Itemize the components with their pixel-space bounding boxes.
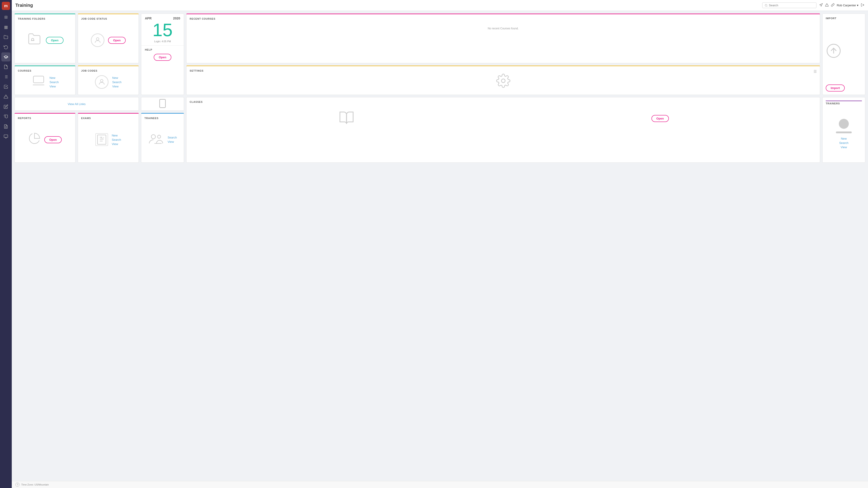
- trainees-card: TRAINEES Search View: [141, 113, 184, 163]
- job-codes-links: New Search View: [112, 76, 121, 88]
- courses-links: New Search View: [50, 76, 59, 88]
- reports-open-button[interactable]: Open: [44, 136, 62, 143]
- job-codes-view-link[interactable]: View: [112, 85, 121, 88]
- mobile-card: [141, 97, 184, 111]
- courses-card: COURSES New Search View: [14, 66, 75, 95]
- calendar-day: 15: [153, 20, 173, 40]
- exams-card: EXAMS A+ New Search View: [78, 113, 139, 163]
- calendar-year: 2020: [173, 17, 180, 20]
- exams-view-link[interactable]: View: [112, 142, 121, 146]
- mobile-icon: [158, 98, 167, 110]
- job-codes-person-icon: [95, 75, 108, 89]
- sidebar-item-list[interactable]: [1, 72, 10, 81]
- svg-text:A+: A+: [101, 136, 104, 139]
- exams-new-link[interactable]: New: [112, 134, 121, 137]
- training-folders-title: TRAINING FOLDERS: [18, 18, 72, 20]
- training-folders-open-button[interactable]: Open: [46, 37, 63, 44]
- trainees-search-link[interactable]: Search: [167, 136, 177, 139]
- sidebar-item-folder[interactable]: [1, 33, 10, 41]
- gear-icon: [496, 73, 510, 91]
- job-codes-new-link[interactable]: New: [112, 76, 121, 79]
- sidebar-item-tasks[interactable]: [1, 82, 10, 91]
- view-all-links-card: View All Links: [14, 97, 139, 111]
- settings-card: SETTINGS ☰: [186, 66, 820, 95]
- svg-rect-10: [4, 135, 8, 138]
- sidebar-item-home[interactable]: ⊞: [1, 13, 10, 22]
- sidebar-item-monitor[interactable]: [1, 132, 10, 141]
- sidebar: m ⊞ ▦: [0, 0, 12, 488]
- help-circle-icon[interactable]: ?: [16, 483, 20, 487]
- help-open-button[interactable]: Open: [154, 54, 171, 61]
- dashboard-grid: TRAINING FOLDERS Open JOB CODE STATUS: [12, 11, 868, 481]
- pie-chart-icon: [28, 132, 41, 147]
- job-code-status-title: JOB CODE STATUS: [81, 18, 135, 20]
- user-menu-button[interactable]: Rob Carpenter ▾: [837, 4, 859, 7]
- svg-point-13: [765, 4, 767, 6]
- svg-point-31: [158, 135, 161, 138]
- view-all-links-link[interactable]: View All Links: [68, 102, 86, 106]
- app-title: Training: [16, 3, 33, 8]
- recent-courses-empty: No recent Courses found.: [190, 22, 817, 35]
- app-logo[interactable]: m: [2, 2, 10, 10]
- location-icon[interactable]: [819, 3, 823, 8]
- search-box[interactable]: [762, 2, 816, 8]
- footer: ? Time Zone: US/Mountain: [12, 481, 868, 488]
- sidebar-item-warning[interactable]: [1, 92, 10, 101]
- sidebar-item-lab[interactable]: [1, 112, 10, 121]
- svg-marker-15: [819, 3, 823, 6]
- search-input[interactable]: [769, 4, 814, 7]
- exams-search-link[interactable]: Search: [112, 138, 121, 141]
- alert-icon[interactable]: [825, 3, 829, 8]
- recent-courses-card: RECENT COURSES No recent Courses found.: [186, 13, 820, 63]
- recent-courses-title: RECENT COURSES: [190, 18, 817, 20]
- sidebar-item-refresh[interactable]: [1, 42, 10, 52]
- laptop-icon: [31, 74, 46, 90]
- trainers-view-link[interactable]: View: [839, 145, 848, 149]
- sidebar-item-edit[interactable]: [1, 102, 10, 111]
- classes-title: CLASSES: [190, 101, 817, 103]
- job-codes-card: JOB CODES New Search View: [78, 66, 139, 95]
- sidebar-item-reports[interactable]: [1, 122, 10, 131]
- svg-line-14: [767, 6, 767, 6]
- trainees-view-link[interactable]: View: [167, 140, 177, 143]
- classes-open-button[interactable]: Open: [651, 115, 669, 122]
- chevron-down-icon: ▾: [857, 4, 859, 7]
- trainers-new-link[interactable]: New: [839, 137, 848, 140]
- calendar-header: APR 2020: [141, 14, 184, 20]
- classes-card: CLASSES Open: [186, 97, 820, 163]
- courses-title: COURSES: [18, 69, 72, 72]
- trainers-title: TRAINERS: [826, 101, 862, 106]
- grade-icon: A+: [95, 133, 108, 146]
- sidebar-item-dashboard[interactable]: ▦: [1, 23, 10, 32]
- trainers-search-link[interactable]: Search: [839, 141, 848, 144]
- upload-icon: [826, 43, 842, 61]
- job-codes-search-link[interactable]: Search: [112, 80, 121, 84]
- courses-search-link[interactable]: Search: [50, 80, 59, 84]
- trainers-links: New Search View: [839, 137, 848, 149]
- reports-card: REPORTS Open: [14, 113, 75, 163]
- svg-rect-23: [33, 76, 43, 83]
- reports-title: REPORTS: [18, 117, 72, 120]
- settings-menu-icon[interactable]: ☰: [813, 69, 817, 74]
- exams-title: EXAMS: [81, 117, 135, 120]
- courses-new-link[interactable]: New: [50, 76, 59, 79]
- classes-book-icon: [338, 110, 355, 127]
- link-icon[interactable]: [831, 3, 835, 8]
- svg-rect-26: [160, 99, 165, 108]
- logout-icon[interactable]: [861, 3, 864, 8]
- calendar-month: APR: [145, 17, 152, 20]
- trainers-card: TRAINERS New Search View: [822, 97, 865, 163]
- job-code-status-open-button[interactable]: Open: [108, 37, 125, 44]
- sidebar-item-training[interactable]: [1, 53, 10, 61]
- search-icon: [765, 4, 768, 7]
- trainees-links: Search View: [167, 136, 177, 143]
- job-code-status-card: JOB CODE STATUS Open: [78, 13, 139, 63]
- import-card: IMPORT Import: [822, 13, 865, 95]
- import-button[interactable]: Import: [826, 85, 845, 92]
- sidebar-item-docs[interactable]: [1, 62, 10, 71]
- training-folders-card: TRAINING FOLDERS Open: [14, 13, 75, 63]
- svg-point-25: [501, 79, 505, 83]
- timezone-label: Time Zone: US/Mountain: [21, 483, 49, 486]
- trainer-avatar: [839, 119, 849, 129]
- courses-view-link[interactable]: View: [50, 85, 59, 88]
